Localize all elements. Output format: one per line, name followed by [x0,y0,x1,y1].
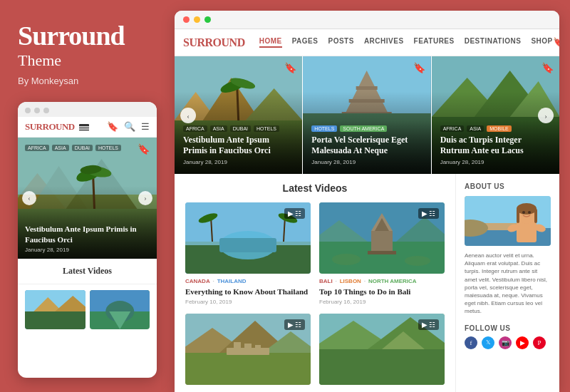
mobile-nav: SURROUND 🔖 🔍 ☰ [18,117,157,138]
desktop-logo-rest: ROUND [205,36,245,48]
video-play-icon-1[interactable]: ▶ ☷ [284,208,306,219]
desktop-bookmark-icon[interactable]: 🔖 [553,37,559,48]
video-play-icon-2[interactable]: ▶ ☷ [418,208,440,219]
slide2-title: Porta Vel Scelerisque Eget Malesuada At … [311,135,422,157]
svg-marker-7 [66,159,138,209]
nav-pages[interactable]: PAGES [292,37,318,48]
tag-asia: ASIA [210,125,227,132]
hero-slide-3: › 🔖 AFRICA ASIA MOBILE Duis ac Turpis In… [431,56,559,174]
mobile-next-arrow[interactable]: › [138,191,152,205]
slide3-bookmark[interactable]: 🔖 [542,62,554,74]
right-panel: SURROUND HOME PAGES POSTS ARCHIVES FEATU… [175,11,559,392]
video-2-tags: BALI · LISBON · NORTH AMERICA [319,278,445,284]
pinterest-icon[interactable]: P [533,336,546,349]
svg-point-89 [517,203,537,215]
nav-destinations[interactable]: DESTINATIONS [465,37,522,48]
main-content: Latest Videos [175,174,559,392]
svg-point-10 [75,165,103,184]
slide1-bookmark[interactable]: 🔖 [284,62,296,74]
svg-line-29 [237,85,239,120]
facebook-icon[interactable]: f [465,336,477,349]
tag-north-america: NORTH AMERICA [368,278,417,284]
slide1-prev-arrow[interactable]: ‹ [180,108,196,123]
mobile-hero-date: January 28, 2019 [25,247,150,253]
mobile-mockup: SURROUND 🔖 🔍 ☰ [18,102,157,378]
nav-archives[interactable]: ARCHIVES [364,37,404,48]
nav-home[interactable]: HOME [259,37,282,48]
video-2-meta: February 16, 2019 [319,299,445,305]
svg-marker-43 [432,78,503,117]
svg-rect-72 [185,353,311,385]
follow-us-title: FOLLOW US [465,324,551,332]
mobile-prev-arrow[interactable]: ‹ [22,191,36,205]
svg-rect-15 [25,311,86,329]
mobile-nav-icons: 🔖 🔍 ☰ [107,121,150,133]
video-card-1[interactable]: ▶ ☷ CANADA · THAILAND Everything to Know… [185,202,311,305]
mobile-tag-asia: ASIA [52,145,69,151]
slide2-tags: HOTELS SOUTH AMERICA [311,125,422,132]
nav-posts[interactable]: POSTS [328,37,353,48]
svg-rect-90 [517,209,519,223]
slide1-content: AFRICA ASIA DUBAI HOTELS Vestibulum Ante… [183,125,294,165]
video-grid-row2: ▶ ☷ ▶ ☷ [185,314,445,389]
svg-point-31 [229,76,256,91]
svg-rect-36 [342,112,392,115]
nav-features[interactable]: FEATURES [414,37,455,48]
tag-hotels-sa: HOTELS [311,125,337,132]
mobile-logo: SURROUND [25,121,107,133]
mobile-search-icon[interactable]: 🔍 [124,121,135,133]
mobile-hamburger-icon[interactable]: ☰ [141,121,150,133]
video-play-icon-3[interactable]: ▶ ☷ [284,319,306,330]
youtube-icon[interactable]: ▶ [516,336,529,349]
svg-marker-6 [31,166,88,209]
tag-africa2: AFRICA [440,125,465,132]
slide1-tags: AFRICA ASIA DUBAI HOTELS [183,125,294,132]
mobile-logo-rest: ROUND [43,121,75,132]
svg-marker-44 [474,71,545,117]
svg-line-9 [93,173,95,209]
dot-2 [34,108,40,113]
mobile-hero: AFRICA ASIA DUBAI HOTELS 🔖 ‹ › Vestibulu… [18,138,157,259]
mobile-logo-highlight: SUR [25,121,43,132]
video-card-3[interactable]: ▶ ☷ [185,314,311,389]
mobile-tag-dubai: DUBAI [72,145,93,151]
video-thumb-4: ▶ ☷ [319,314,445,385]
nav-shop[interactable]: SHOP [531,37,552,48]
mobile-menu-icon[interactable] [79,124,89,131]
svg-rect-52 [219,238,276,252]
svg-marker-27 [246,88,303,120]
mobile-video-thumb-1[interactable] [25,290,86,329]
svg-point-63 [332,254,361,265]
tag-hotels: HOTELS [254,125,279,132]
brand-by: By Monkeysan [18,76,157,86]
video-play-icon-4[interactable]: ▶ ☷ [418,319,440,330]
about-text: Aenean auctor velit et urna. Aliquam era… [465,252,551,316]
svg-rect-34 [303,56,430,113]
tag-canada: CANADA [185,278,210,284]
instagram-icon[interactable]: 📷 [499,336,512,349]
desktop-logo-highlight: SUR [183,36,205,48]
mobile-hero-bookmark[interactable]: 🔖 [138,143,150,155]
svg-rect-38 [356,86,378,90]
mobile-bookmark-icon[interactable]: 🔖 [107,121,118,133]
svg-point-93 [528,211,531,214]
desktop-nav: SURROUND HOME PAGES POSTS ARCHIVES FEATU… [175,29,559,56]
svg-point-30 [219,77,247,95]
slide3-next-arrow[interactable]: › [538,108,554,123]
slide3-tags: AFRICA ASIA MOBILE [440,125,551,132]
about-image [465,196,551,246]
svg-rect-81 [319,349,445,385]
mobile-tag-hotels: HOTELS [95,145,121,151]
video-2-title: Top 10 Things to Do in Bali [319,287,445,296]
twitter-icon[interactable]: 𝕏 [482,336,494,349]
slide2-bookmark[interactable]: 🔖 [413,62,425,74]
browser-dot-red [183,16,190,23]
video-card-4[interactable]: ▶ ☷ [319,314,445,389]
video-card-2[interactable]: ▶ ☷ BALI · LISBON · NORTH AMERICA Top 10… [319,202,445,305]
brand-subtitle: Theme [18,51,157,70]
svg-point-64 [405,256,430,266]
mobile-video-thumb-2[interactable] [90,290,150,329]
video-1-tags: CANADA · THAILAND [185,278,311,284]
tag-dot-3: · [364,278,366,284]
video-grid: ▶ ☷ CANADA · THAILAND Everything to Know… [185,202,445,305]
